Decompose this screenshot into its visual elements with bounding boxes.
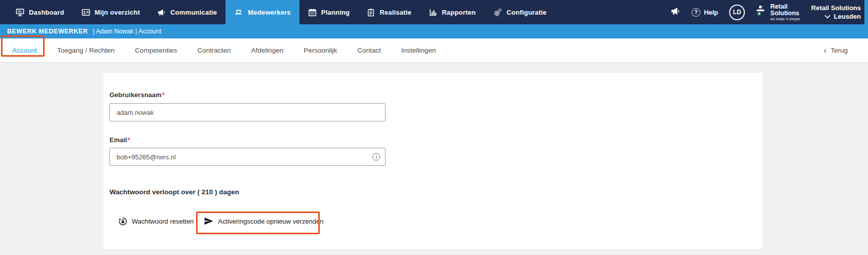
app-window: Dashboard Mijn overzicht Communicatie Me…: [0, 0, 868, 255]
brand-logo-icon: [756, 5, 767, 20]
reset-password-icon: [118, 217, 128, 226]
tab-instellingen[interactable]: Instellingen: [401, 47, 436, 54]
nav-item-label: Planning: [321, 9, 350, 16]
breadcrumb: | Adam Nowak | Account: [93, 28, 161, 35]
dashboard-icon: [16, 8, 24, 17]
organisation-location: Leusden: [834, 13, 861, 20]
tab-competenties[interactable]: Competenties: [135, 47, 177, 54]
nav-item-label: Mijn overzicht: [95, 9, 140, 16]
nav-item-label: Realisatie: [380, 9, 411, 16]
username-label: Gebruikersnaam*: [109, 91, 757, 99]
tab-toegang-rechten[interactable]: Toegang / Rechten: [57, 47, 115, 54]
topbar-right-cluster: ? Help LD Retail Solutions we make it si…: [670, 0, 868, 24]
gears-icon: [493, 8, 502, 17]
resend-activation-button[interactable]: Activeringscode opnieuw verzenden: [204, 216, 323, 226]
tab-contact[interactable]: Contact: [357, 47, 381, 54]
account-form-card: Gebruikersnaam* Email* i Wachtwoord verl…: [103, 73, 763, 249]
nav-item-medewerkers[interactable]: Medewerkers: [225, 0, 299, 24]
nav-item-rapporten[interactable]: Rapporten: [420, 0, 484, 24]
nav-item-label: Medewerkers: [248, 9, 291, 16]
reset-password-button[interactable]: Wachtwoord resetten: [118, 217, 194, 226]
help-label: Help: [704, 9, 718, 16]
page-content: Gebruikersnaam* Email* i Wachtwoord verl…: [0, 63, 868, 255]
id-card-icon: [82, 8, 90, 17]
nav-item-mijn-overzicht[interactable]: Mijn overzicht: [73, 0, 148, 24]
back-label: Terug: [831, 47, 848, 54]
top-navigation-bar: Dashboard Mijn overzicht Communicatie Me…: [0, 0, 868, 24]
help-button[interactable]: ? Help: [692, 8, 718, 17]
nav-item-communicatie[interactable]: Communicatie: [148, 0, 225, 24]
brand-name-line1: Retail: [770, 4, 800, 10]
organisation-selector[interactable]: Retail Solutions Leusden: [811, 4, 861, 21]
nav-item-realisatie[interactable]: Realisatie: [358, 0, 420, 24]
resend-activation-label: Activeringscode opnieuw verzenden: [218, 218, 323, 225]
nav-item-label: Rapporten: [442, 9, 476, 16]
required-asterisk: *: [162, 91, 165, 99]
chevron-left-icon: ‹: [824, 46, 827, 55]
clipboard-icon: [367, 8, 375, 17]
nav-item-planning[interactable]: Planning: [299, 0, 359, 24]
back-button[interactable]: ‹ Terug: [824, 46, 848, 55]
nav-item-label: Dashboard: [29, 9, 64, 16]
tab-bar: Account Toegang / Rechten Competenties C…: [0, 38, 868, 63]
organisation-name: Retail Solutions: [811, 4, 861, 12]
account-actions-row: Wachtwoord resetten Activeringscode opni…: [109, 216, 757, 226]
nav-item-configuratie[interactable]: Configuratie: [484, 0, 555, 24]
help-icon: ?: [692, 8, 700, 17]
tab-contracten[interactable]: Contracten: [197, 47, 231, 54]
people-group-icon: [234, 8, 243, 17]
avatar[interactable]: LD: [729, 5, 745, 20]
nav-item-dashboard[interactable]: Dashboard: [7, 0, 73, 24]
chevron-down-icon: [824, 13, 831, 20]
megaphone-icon: [157, 8, 166, 17]
required-asterisk: *: [128, 136, 130, 144]
reset-password-label: Wachtwoord resetten: [132, 218, 194, 225]
tab-account[interactable]: Account: [12, 47, 37, 54]
brand-tagline: we make it simple: [770, 18, 800, 21]
email-field-wrap: i: [109, 148, 386, 166]
window-edge-accent: [864, 0, 868, 24]
calendar-icon: [308, 8, 317, 17]
brand-name-line2: Solutions: [770, 10, 800, 17]
breadcrumb-bar: BEWERK MEDEWERKER | Adam Nowak | Account: [0, 24, 868, 38]
password-expiry-notice: Wachtwoord verloopt over ( 210 ) dagen: [109, 188, 757, 196]
bar-chart-icon: [429, 8, 437, 17]
announcement-icon[interactable]: [670, 6, 681, 18]
nav-item-label: Communicatie: [170, 9, 217, 16]
info-icon[interactable]: i: [372, 153, 380, 161]
nav-item-label: Configuratie: [507, 9, 547, 16]
tab-afdelingen[interactable]: Afdelingen: [251, 47, 283, 54]
tab-persoonlijk[interactable]: Persoonlijk: [304, 47, 337, 54]
email-input[interactable]: [109, 148, 386, 166]
brand-logo: Retail Solutions we make it simple: [756, 4, 800, 21]
email-label: Email*: [109, 136, 757, 144]
send-icon: [204, 216, 214, 226]
username-input[interactable]: [109, 103, 386, 121]
breadcrumb-section: BEWERK MEDEWERKER: [7, 28, 88, 35]
